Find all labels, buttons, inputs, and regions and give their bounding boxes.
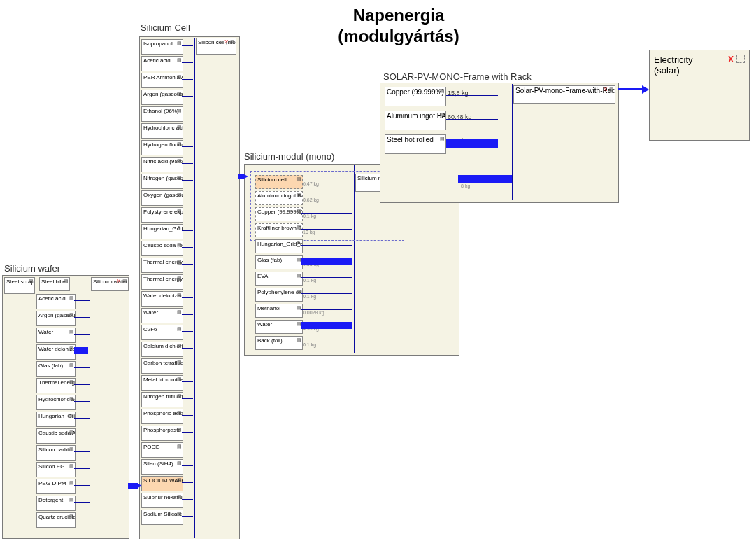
wafer-in-8[interactable]: Caustic soda APME▤	[36, 428, 76, 444]
flag-icon: ⚑	[296, 241, 301, 246]
cell-in-16[interactable]: Water▤	[141, 308, 183, 323]
cell-in-6[interactable]: Hydrogen fluoride▤	[141, 140, 183, 155]
cell-in-20[interactable]: Metal tribromide▤	[141, 375, 183, 391]
doc-icon: ▤	[69, 447, 74, 452]
modul-in-3[interactable]: Kraftliner brown BUWAL▤	[255, 223, 303, 237]
doc-icon: ▤	[28, 279, 34, 284]
cell-in-28[interactable]: Sodium Silicate▤	[141, 510, 183, 525]
cell-in-9[interactable]: Oxygen (gaseous)▤	[141, 190, 183, 206]
modul-in-1[interactable]: Aluminum ingot BAT▤	[255, 191, 303, 205]
doc-icon: ▤	[296, 192, 301, 198]
cell-in-3[interactable]: Argon (gaseous)▤	[141, 90, 183, 105]
cell-tick-25	[182, 465, 193, 466]
wafer-in-3[interactable]: Water deionized▤	[36, 344, 76, 360]
wafer-in-9[interactable]: Silicon carbid▤	[36, 445, 76, 461]
modul-in-0[interactable]: Silicium cell▤	[255, 175, 303, 189]
cell-in-0[interactable]: Isopropanol▤	[141, 39, 183, 55]
doc-icon: ▤	[176, 125, 182, 130]
cell-in-1[interactable]: Acetic acid▤	[141, 56, 183, 71]
cell-tick-23	[182, 432, 193, 433]
cell-in-25[interactable]: Silan (SiH4)▤	[141, 459, 183, 475]
cell-in-8[interactable]: Nitrogen (gaseous)▤	[141, 174, 183, 189]
cell-tick-26	[182, 482, 193, 483]
wafer-in-12[interactable]: Detergent▤	[36, 496, 76, 511]
doc-icon: ▤	[69, 363, 74, 368]
cell-in-11[interactable]: Hungarian_Grid_mix (incl.ca.europe)⚑	[141, 224, 183, 239]
doc-icon	[736, 55, 745, 63]
cell-tick-3	[182, 96, 193, 97]
modul-in-9[interactable]: Water▤	[255, 320, 303, 334]
wafer-in-13[interactable]: Quartz crucible▤	[36, 512, 76, 528]
cell-in-18[interactable]: Calcium dichloride▤	[141, 342, 183, 357]
modul-tick-7	[301, 293, 352, 294]
flow-modul-to-frame	[458, 175, 512, 183]
cell-in-24[interactable]: POCl3▤	[141, 442, 183, 458]
frame-in-1-label: Aluminum ingot BAT	[387, 112, 446, 120]
wafer-in-1[interactable]: Argon (gaseous)▤	[36, 311, 76, 326]
cell-in-13[interactable]: Thermal energy from natural gas▤	[141, 258, 183, 273]
wafer-in-11[interactable]: PEG-DIPM▤	[36, 479, 76, 494]
frame-in-0[interactable]: Copper (99.999%)▤	[385, 87, 446, 106]
doc-icon: ▤	[69, 379, 74, 385]
cell-in-27[interactable]: Sulphur hexafluoride▤	[141, 493, 183, 508]
cell-in-2[interactable]: PER Ammonia APME▤	[141, 73, 183, 88]
wafer-in-7[interactable]: Hungarian_Grid_mix (incl.ca.europe)▤	[36, 412, 76, 427]
panel-label-frame: SOLAR-PV-MONO-Frame with Rack	[383, 71, 532, 82]
doc-icon: ▤	[296, 305, 301, 311]
cell-in-10[interactable]: Polystyrene expandable▤	[141, 207, 183, 223]
cell-in-14[interactable]: Thermal energy from light fuel oil▤	[141, 274, 183, 290]
doc-icon: ▤	[176, 41, 182, 46]
cell-in-15[interactable]: Water deionized▤	[141, 291, 183, 307]
cell-in-26[interactable]: SILICIUM WAFER▤	[141, 476, 183, 491]
doc-icon: ▤	[176, 326, 182, 332]
cell-in-12[interactable]: Caustic soda (50% mix)▤	[141, 241, 183, 256]
cell-in-22[interactable]: Phosphoric acid▤	[141, 409, 183, 424]
doc-icon: ▤	[69, 396, 74, 402]
wafer-in-0[interactable]: Acetic acid▤	[36, 294, 76, 309]
wafer-top-1[interactable]: Steel billet▤	[39, 277, 70, 291]
modul-in-7[interactable]: Polyphenylene oxide▤	[255, 288, 303, 302]
modul-in-5[interactable]: Glas (fab)▤	[255, 255, 303, 270]
wafer-vline	[90, 276, 90, 537]
cell-in-5[interactable]: Hydrochloric acid (97% mix)▤	[141, 123, 183, 139]
modul-in-8[interactable]: Methanol▤	[255, 304, 303, 318]
wafer-tick-9	[74, 451, 90, 452]
wafer-in-4[interactable]: Glas (fab)▤	[36, 361, 76, 377]
doc-icon: ▤	[176, 91, 182, 97]
page-title-2: (modulgyártás)	[280, 27, 518, 46]
cell-in-4[interactable]: Ethanol (96%)▤	[141, 106, 183, 122]
frame-in-2[interactable]: Steel hot rolled▤	[385, 134, 446, 154]
cell-in-19[interactable]: Carbon tetrafluoride▤	[141, 358, 183, 374]
doc-icon: ▤	[176, 175, 182, 181]
wafer-top-2[interactable]: Silicium waferX▤	[91, 277, 129, 291]
modul-in-10[interactable]: Back (foil)▤	[255, 336, 303, 350]
modul-in-6[interactable]: EVA▤	[255, 272, 303, 286]
wafer-in-10[interactable]: Silicon EG▤	[36, 462, 76, 477]
doc-icon: ▤	[69, 413, 74, 419]
wafer-in-6[interactable]: Hydrochloric acid (100% mix)▤	[36, 395, 76, 410]
wafer-in-5[interactable]: Thermal energy from natural gas▤	[36, 378, 76, 393]
cell-in-23[interactable]: Phosphorpaste▤	[141, 426, 183, 441]
doc-icon: ▤	[176, 209, 182, 214]
wafer-top-0[interactable]: Steel scrap DUMMY▤	[4, 277, 35, 294]
wafer-in-2[interactable]: Water▤	[36, 328, 76, 343]
doc-icon: ▤	[69, 514, 74, 519]
frame-vline	[512, 84, 513, 200]
frame-in-1[interactable]: Aluminum ingot BAT▤	[385, 111, 446, 130]
frame-output[interactable]: Solar-PV-mono-Frame-with-RackX▤	[513, 85, 615, 104]
modul-in-4[interactable]: Hungarian_Grid_mix (incl.ca.europe)⚑	[255, 239, 303, 253]
cell-output[interactable]: Silicon cell (mono)X▤	[196, 38, 236, 55]
modul-in-2[interactable]: Copper (99.999%)▤	[255, 207, 303, 221]
doc-icon: ▤	[176, 293, 182, 298]
cell-in-17[interactable]: C2F6▤	[141, 325, 183, 340]
modul-in-8-label: Methanol	[257, 305, 280, 312]
wafer-flow-3	[74, 347, 88, 354]
cell-in-7[interactable]: Nitric acid (98%)▤	[141, 157, 183, 172]
cell-tick-19	[182, 365, 193, 365]
cell-in-21[interactable]: Nitrogen trifluoride▤	[141, 392, 183, 407]
cell-tick-12	[182, 247, 193, 248]
modul-in-6-v: 0.1 kg	[303, 278, 316, 283]
wafer-tick-8	[74, 435, 90, 435]
electricity-box[interactable]: Electricity (solar) X	[649, 50, 750, 141]
modul-tick-8	[301, 309, 352, 310]
